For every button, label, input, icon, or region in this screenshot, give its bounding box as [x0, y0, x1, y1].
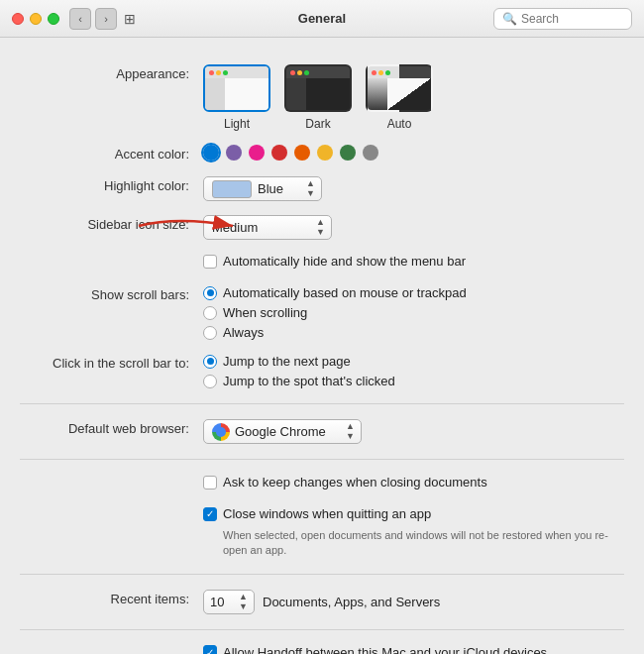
default-browser-row: Default web browser: Google Chrome ▲ ▼ [0, 412, 644, 451]
click-scroll-controls: Jump to the next page Jump to the spot t… [203, 354, 624, 388]
window-title: General [298, 11, 346, 26]
recent-items-stepper[interactable]: 10 ▲ ▼ [203, 590, 255, 614]
divider-3 [20, 574, 624, 575]
default-browser-controls: Google Chrome ▲ ▼ [203, 419, 624, 444]
accent-color-label: Accent color: [20, 145, 203, 162]
settings-content: Appearance: [0, 38, 644, 654]
handoff-checkbox-row[interactable]: Allow Handoff between this Mac and your … [203, 645, 547, 654]
sidebar-icon-size-dropdown[interactable]: Medium ▲ ▼ [203, 215, 332, 240]
close-windows-controls: Close windows when quitting an app When … [203, 506, 624, 559]
dark-thumb[interactable] [284, 64, 352, 112]
click-spot-radio-btn[interactable] [203, 375, 217, 388]
default-browser-value: Google Chrome [235, 424, 342, 439]
default-browser-label: Default web browser: [20, 419, 203, 436]
light-thumb[interactable] [203, 64, 270, 112]
close-windows-checkbox[interactable] [203, 507, 217, 521]
ask-keep-changes-row: Ask to keep changes when closing documen… [0, 468, 644, 499]
divider-2 [20, 459, 624, 460]
scroll-scrolling-radio-btn[interactable] [203, 306, 217, 320]
click-scroll-label: Click in the scroll bar to: [20, 354, 203, 371]
scroll-always-label: Always [223, 325, 264, 340]
accent-color-row: Accent color: [0, 138, 644, 169]
show-scroll-bars-row: Show scroll bars: Automatically based on… [0, 278, 644, 347]
minimize-button[interactable] [30, 13, 42, 25]
sidebar-size-arrows: ▲ ▼ [316, 218, 325, 237]
menu-bar-checkbox-row[interactable]: Automatically hide and show the menu bar [203, 254, 466, 269]
highlight-color-preview [212, 180, 252, 198]
click-scroll-row: Click in the scroll bar to: Jump to the … [0, 347, 644, 395]
accent-pink[interactable] [249, 145, 265, 161]
accent-purple[interactable] [226, 145, 242, 161]
search-input[interactable] [521, 12, 623, 26]
ask-keep-changes-label: Ask to keep changes when closing documen… [223, 475, 487, 490]
scroll-always-radio-btn[interactable] [203, 326, 217, 340]
appearance-light[interactable]: Light [203, 64, 270, 131]
handoff-label: Allow Handoff between this Mac and your … [223, 645, 547, 654]
highlight-color-row: Highlight color: Blue ▲ ▼ [0, 169, 644, 208]
accent-graphite[interactable] [363, 145, 378, 161]
accent-green[interactable] [340, 145, 356, 161]
chrome-icon [212, 423, 230, 441]
back-button[interactable]: ‹ [69, 8, 91, 30]
scroll-scrolling-label: When scrolling [223, 305, 307, 320]
grid-button[interactable]: ⊞ [119, 8, 141, 30]
handoff-checkbox[interactable] [203, 645, 217, 654]
accent-red[interactable] [271, 145, 287, 161]
scroll-auto-radio-btn[interactable] [203, 286, 217, 300]
light-label: Light [224, 117, 250, 131]
highlight-color-dropdown[interactable]: Blue ▲ ▼ [203, 176, 322, 201]
click-spot-label: Jump to the spot that's clicked [223, 374, 395, 388]
close-windows-checkbox-row[interactable]: Close windows when quitting an app [203, 506, 624, 521]
highlight-color-label: Highlight color: [20, 176, 203, 193]
dark-label: Dark [305, 117, 330, 131]
click-next-page-radio[interactable]: Jump to the next page [203, 354, 395, 369]
handoff-controls: Allow Handoff between this Mac and your … [203, 645, 624, 654]
appearance-dark[interactable]: Dark [284, 64, 352, 131]
appearance-auto[interactable]: Auto [366, 64, 433, 131]
forward-button[interactable]: › [95, 8, 117, 30]
divider-1 [20, 403, 624, 404]
nav-buttons: ‹ › [69, 8, 117, 30]
click-next-radio-btn[interactable] [203, 355, 217, 369]
highlight-dropdown-arrows: ▲ ▼ [306, 179, 315, 198]
recent-items-value: 10 [210, 595, 235, 609]
accent-color-controls [203, 145, 624, 161]
sidebar-icon-size-value: Medium [212, 220, 312, 235]
appearance-options: Light Dark [203, 64, 433, 131]
sidebar-icon-size-label: Sidebar icon size: [20, 215, 203, 232]
appearance-controls: Light Dark [203, 64, 624, 131]
search-icon: 🔍 [502, 12, 517, 26]
appearance-label: Appearance: [20, 64, 203, 81]
accent-yellow[interactable] [317, 145, 333, 161]
default-browser-dropdown[interactable]: Google Chrome ▲ ▼ [203, 419, 362, 444]
auto-thumb[interactable] [366, 64, 433, 112]
show-scroll-bars-controls: Automatically based on mouse or trackpad… [203, 285, 624, 340]
scroll-auto-radio[interactable]: Automatically based on mouse or trackpad [203, 285, 467, 300]
click-spot-radio[interactable]: Jump to the spot that's clicked [203, 374, 395, 388]
close-windows-label: Close windows when quitting an app [223, 506, 431, 521]
scroll-always-radio[interactable]: Always [203, 325, 467, 340]
title-bar: ‹ › ⊞ General 🔍 [0, 0, 644, 38]
close-windows-group: Close windows when quitting an app When … [203, 506, 624, 559]
show-scroll-bars-label: Show scroll bars: [20, 285, 203, 302]
recent-items-suffix: Documents, Apps, and Servers [263, 595, 440, 609]
click-next-label: Jump to the next page [223, 354, 351, 369]
ask-keep-changes-checkbox-row[interactable]: Ask to keep changes when closing documen… [203, 475, 487, 490]
accent-orange[interactable] [294, 145, 310, 161]
maximize-button[interactable] [48, 13, 59, 25]
scroll-scrolling-radio[interactable]: When scrolling [203, 305, 467, 320]
highlight-color-value: Blue [258, 181, 302, 196]
click-scroll-radio-group: Jump to the next page Jump to the spot t… [203, 354, 395, 388]
browser-dropdown-arrows: ▲ ▼ [346, 422, 355, 441]
search-bar[interactable]: 🔍 [493, 8, 632, 30]
recent-items-row: Recent items: 10 ▲ ▼ Documents, Apps, an… [0, 583, 644, 621]
accent-blue[interactable] [203, 145, 219, 161]
menu-bar-checkbox[interactable] [203, 255, 217, 269]
close-button[interactable] [12, 13, 24, 25]
ask-keep-changes-controls: Ask to keep changes when closing documen… [203, 475, 624, 490]
recent-items-controls: 10 ▲ ▼ Documents, Apps, and Servers [203, 590, 624, 614]
menu-bar-checkbox-label: Automatically hide and show the menu bar [223, 254, 466, 269]
ask-keep-changes-checkbox[interactable] [203, 476, 217, 490]
auto-label: Auto [387, 117, 412, 131]
traffic-lights [12, 13, 59, 25]
